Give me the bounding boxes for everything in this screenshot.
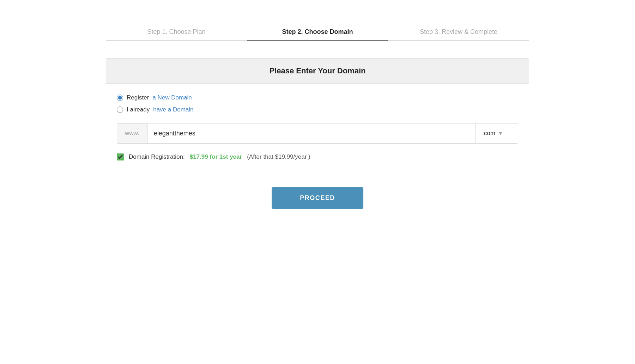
registration-row: Domain Registration: $17.99 for 1st year… [117, 153, 518, 160]
domain-text-input[interactable] [147, 123, 476, 143]
proceed-wrapper: PROCEED [106, 187, 529, 209]
registration-price: $17.99 for 1st year [190, 153, 242, 160]
registration-after-price: (After that $19.99/year ) [247, 153, 310, 160]
card-body: Register a New Domain I already have a D… [106, 84, 529, 173]
step-3: Step 3. Review & Complete [388, 28, 529, 41]
step-1-label: Step 1. Choose Plan [147, 28, 205, 36]
step-3-line [388, 40, 529, 41]
radio-register-new[interactable]: Register a New Domain [117, 94, 518, 101]
chevron-down-icon: ▼ [498, 131, 503, 136]
stepper: Step 1. Choose Plan Step 2. Choose Domai… [106, 28, 529, 41]
radio-have-domain[interactable]: I already have a Domain [117, 106, 518, 113]
radio-register-new-link[interactable]: a New Domain [152, 94, 192, 101]
step-2-label: Step 2. Choose Domain [282, 28, 353, 36]
domain-registration-checkbox[interactable] [117, 153, 124, 160]
domain-input-row: www. .com ▼ [117, 123, 518, 144]
radio-group: Register a New Domain I already have a D… [117, 94, 518, 113]
tld-value: .com [482, 130, 495, 137]
card-header-title: Please Enter Your Domain [269, 66, 365, 75]
page-wrapper: Step 1. Choose Plan Step 2. Choose Domai… [92, 0, 543, 230]
registration-label: Domain Registration: [129, 153, 185, 160]
radio-have-domain-link[interactable]: have a Domain [153, 106, 193, 113]
step-1: Step 1. Choose Plan [106, 28, 247, 41]
radio-register-new-text-prefix: Register [127, 94, 149, 101]
radio-have-domain-text-prefix: I already [127, 106, 150, 113]
radio-register-new-input[interactable] [117, 95, 123, 101]
www-prefix: www. [117, 123, 147, 143]
radio-have-domain-input[interactable] [117, 107, 123, 113]
step-2-line [247, 40, 388, 41]
tld-select-wrapper[interactable]: .com ▼ [476, 123, 518, 143]
step-2: Step 2. Choose Domain [247, 28, 388, 41]
card-header: Please Enter Your Domain [106, 59, 529, 84]
proceed-button[interactable]: PROCEED [272, 187, 363, 209]
domain-card: Please Enter Your Domain Register a New … [106, 58, 529, 173]
step-3-label: Step 3. Review & Complete [420, 28, 497, 36]
step-1-line [106, 40, 247, 41]
